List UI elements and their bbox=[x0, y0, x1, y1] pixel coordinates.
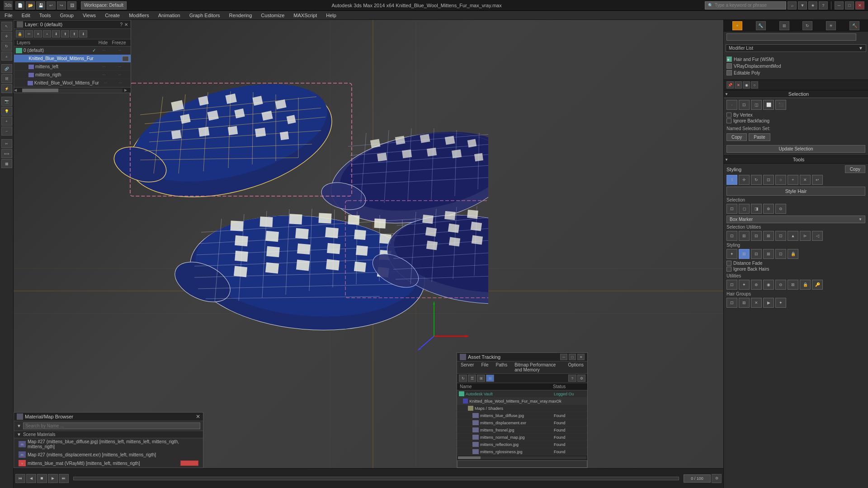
bind-btn[interactable]: ⚡ bbox=[1, 84, 12, 93]
ignore-backfacing-check[interactable] bbox=[726, 118, 731, 123]
redo-btn[interactable]: ↪ bbox=[57, 1, 66, 9]
layer-close-btn[interactable]: ✕ bbox=[124, 22, 128, 27]
sel-util-1[interactable]: ⊡ bbox=[726, 231, 737, 241]
layer-row-0[interactable]: 0 (default) ✓ ··· ··· bbox=[14, 47, 131, 55]
sel-util-3[interactable]: ⊟ bbox=[751, 231, 762, 241]
menu-file[interactable]: File bbox=[0, 11, 17, 20]
delete-mod-btn[interactable]: ✕ bbox=[735, 81, 742, 89]
link-btn[interactable]: 🔗 bbox=[1, 64, 12, 73]
menu-rendering[interactable]: Rendering bbox=[225, 11, 257, 20]
hg-1[interactable]: ⊡ bbox=[726, 298, 737, 308]
util-5[interactable]: ⊖ bbox=[775, 280, 786, 290]
menu-maxscript[interactable]: MAXScript bbox=[289, 11, 321, 20]
util-2[interactable]: ✦ bbox=[739, 280, 750, 290]
menu-animation[interactable]: Animation bbox=[154, 11, 185, 20]
asset-grid-btn[interactable]: ⊞ bbox=[477, 375, 485, 382]
sel-util-8[interactable]: ◁ bbox=[812, 231, 823, 241]
asset-menu-server[interactable]: Server bbox=[457, 361, 477, 373]
hierarchy-tab[interactable]: ⊞ bbox=[779, 21, 789, 30]
add-hair-btn[interactable]: + bbox=[788, 175, 798, 185]
asset-row-2[interactable]: Maps / Shaders bbox=[457, 405, 587, 412]
asset-menu-paths[interactable]: Paths bbox=[492, 361, 511, 373]
sel-grow-btn[interactable]: ⊕ bbox=[763, 204, 774, 214]
sel-util-6[interactable]: ▲ bbox=[788, 231, 798, 241]
end-btn[interactable]: ⏭ bbox=[59, 474, 69, 483]
asset-close-btn[interactable]: ✕ bbox=[577, 354, 585, 360]
select-btn[interactable]: ↖ bbox=[1, 22, 12, 31]
menu-graph-editors[interactable]: Graph Editors bbox=[185, 11, 225, 20]
display-tab[interactable]: ☀ bbox=[826, 21, 836, 30]
scale-hair-btn[interactable]: ⊡ bbox=[763, 175, 774, 185]
copy-sel-btn[interactable]: Copy bbox=[726, 133, 747, 141]
layer-edit-btn[interactable]: ✏ bbox=[25, 30, 33, 38]
styl2-2[interactable]: ⊞ bbox=[739, 249, 750, 259]
motion-tab[interactable]: ↻ bbox=[802, 21, 812, 30]
tools-section-header[interactable]: ▼ Tools bbox=[724, 155, 868, 164]
sel-util-2[interactable]: ⊞ bbox=[739, 231, 750, 241]
minimize-btn[interactable]: ─ bbox=[835, 1, 844, 9]
material-search-btn[interactable]: ▼ bbox=[17, 423, 21, 428]
util-3[interactable]: ⊕ bbox=[751, 280, 762, 290]
asset-row-1[interactable]: Knitted_Blue_Wool_Mittens_Fur_max_vray.m… bbox=[457, 398, 587, 405]
save-btn[interactable]: 💾 bbox=[36, 1, 45, 9]
render-setup-btn[interactable]: 🖼 bbox=[67, 1, 76, 9]
object-name-input[interactable]: mittens_rigth bbox=[726, 33, 856, 41]
camera-view-btn[interactable]: 📷 bbox=[1, 97, 12, 106]
asset-path-input[interactable] bbox=[457, 460, 587, 468]
sel-all-btn[interactable]: ⊡ bbox=[726, 204, 737, 214]
asset-menu-bitmap[interactable]: Bitmap Performance and Memory bbox=[511, 361, 564, 373]
show-all-btn[interactable]: ◉ bbox=[743, 81, 750, 89]
asset-help-btn[interactable]: ? bbox=[568, 375, 576, 382]
asset-minimize-btn[interactable]: ─ bbox=[560, 354, 567, 360]
info-btn[interactable]: ? bbox=[819, 1, 828, 9]
by-vertex-check[interactable] bbox=[726, 113, 731, 117]
maximize-btn[interactable]: □ bbox=[845, 1, 854, 9]
layer-row-2[interactable]: mittens_left ··· ··· bbox=[14, 63, 131, 71]
tools-collapse-btn[interactable]: ▼ bbox=[724, 158, 729, 162]
asset-row-8[interactable]: mittens_rglossiness.jpg Found bbox=[457, 448, 587, 455]
styl2-6[interactable]: 🔒 bbox=[788, 249, 798, 259]
layer-up-btn[interactable]: ⬆ bbox=[61, 30, 69, 38]
modifier-check2[interactable] bbox=[726, 63, 732, 69]
asset-scroll-h-thumb[interactable] bbox=[458, 456, 481, 459]
layer-up2-btn[interactable]: ⬆ bbox=[70, 30, 78, 38]
selection-section-header[interactable]: ▼ Selection bbox=[724, 90, 868, 98]
hide-mod-btn[interactable]: ○ bbox=[751, 81, 758, 89]
sel-util-7[interactable]: ⊳ bbox=[800, 231, 811, 241]
menu-modifiers[interactable]: Modifiers bbox=[124, 11, 154, 20]
styl2-5[interactable]: ⊡ bbox=[775, 249, 786, 259]
scene-materials-section[interactable]: ▼ Scene Materials bbox=[14, 431, 203, 438]
modifier-editable-poly[interactable]: Editable Poly bbox=[726, 70, 865, 75]
filter-btn[interactable]: ▼ bbox=[798, 1, 807, 9]
asset-menu-options[interactable]: Options bbox=[565, 361, 587, 373]
menu-views[interactable]: Views bbox=[78, 11, 100, 20]
layer-lock-btn[interactable]: 🔒 bbox=[16, 30, 24, 38]
scale-btn[interactable]: ⟁ bbox=[1, 52, 12, 61]
layer-scroll-left[interactable]: ◀ bbox=[14, 88, 20, 92]
light-btn[interactable]: 💡 bbox=[1, 107, 12, 116]
create-tab[interactable]: ✦ bbox=[732, 21, 742, 30]
asset-menu-file[interactable]: File bbox=[477, 361, 492, 373]
layer-scroll-track[interactable] bbox=[22, 89, 123, 92]
sel-util-5[interactable]: ⊡ bbox=[775, 231, 786, 241]
move-btn[interactable]: ✛ bbox=[1, 32, 12, 41]
frame-input[interactable]: 0 / 100 bbox=[684, 474, 711, 483]
modifier-check3[interactable] bbox=[726, 70, 732, 75]
layer-delete-btn[interactable]: ✕ bbox=[34, 30, 42, 38]
asset-list-btn[interactable]: ☰ bbox=[468, 375, 476, 382]
array-btn[interactable]: ▦ bbox=[1, 159, 12, 168]
layer-row-4[interactable]: Knitted_Blue_Wool_Mittens_Fur ··· ··· bbox=[14, 79, 131, 87]
styl2-4[interactable]: ⊠ bbox=[763, 249, 774, 259]
undo-hair-btn[interactable]: ↩ bbox=[812, 175, 823, 185]
modifier-check[interactable]: ● bbox=[726, 56, 732, 62]
open-btn[interactable]: 📂 bbox=[26, 1, 35, 9]
modifier-list-dropdown[interactable]: Modifier List ▼ bbox=[726, 44, 866, 52]
distance-fade-check[interactable] bbox=[726, 261, 731, 266]
asset-settings-btn[interactable]: ⚙ bbox=[577, 375, 585, 382]
asset-scrollbar-h[interactable] bbox=[457, 455, 587, 460]
space-warp-btn[interactable]: ~ bbox=[1, 127, 12, 136]
mirror-btn[interactable]: ⟺ bbox=[1, 149, 12, 158]
layer-help-btn[interactable]: ? bbox=[120, 22, 123, 27]
sel-util-4[interactable]: ⊠ bbox=[763, 231, 774, 241]
keyword-search-btn[interactable]: ⌕ bbox=[788, 1, 797, 9]
